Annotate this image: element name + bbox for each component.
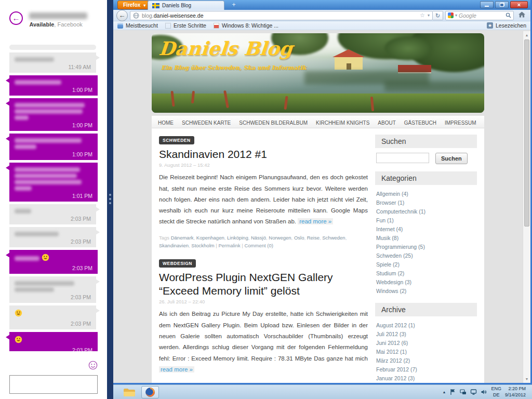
chat-input[interactable] (9, 375, 98, 394)
new-tab-button[interactable]: + (229, 2, 239, 9)
scroll-up-icon[interactable]: ▲ (523, 31, 530, 39)
bookmark-item[interactable]: Meistbesucht (117, 22, 158, 29)
tag-link[interactable]: Norwegen (269, 235, 291, 241)
post-title[interactable]: WordPress Plugin NextGEN Gallery “Exceed… (159, 271, 368, 298)
reload-button[interactable]: ↻ (433, 11, 443, 20)
tag-link[interactable]: PHP Memory Limit (237, 382, 278, 383)
home-button[interactable] (516, 10, 527, 21)
scrollbar-thumb[interactable] (524, 39, 529, 227)
tag-link[interactable]: Skandinavien (159, 243, 189, 248)
network-icon[interactable] (470, 389, 477, 395)
bookmark-item[interactable]: Erste Schritte (165, 22, 206, 29)
tag-link[interactable]: Reise (307, 235, 320, 241)
browser-back-button[interactable]: ← (116, 10, 128, 21)
tag-link[interactable]: NextGEN Gallery (197, 382, 234, 383)
blog-nav-item[interactable]: ABOUT (374, 117, 400, 129)
bookmark-star-icon[interactable]: ☆ (420, 12, 425, 19)
volume-icon[interactable] (481, 389, 487, 395)
category-link[interactable]: Schweden (25) (376, 251, 477, 260)
redacted-message-line (15, 143, 92, 150)
archive-link[interactable]: Juni 2012 (6) (376, 339, 477, 348)
blog-nav-item[interactable]: SCHWEDEN BILDERALBUM (235, 117, 312, 129)
category-link[interactable]: Windows (2) (376, 287, 477, 296)
firefox-taskbar-icon[interactable] (141, 386, 159, 398)
tag-link[interactable]: Wordpress (307, 382, 330, 383)
blog-nav-item[interactable]: IMPRESSUM (441, 117, 481, 129)
scroll-down-icon[interactable]: ▼ (523, 375, 530, 383)
tag-link[interactable]: Stockholm (191, 243, 214, 248)
redacted-message-line (15, 56, 91, 62)
archive-link[interactable]: März 2012 (2) (376, 356, 477, 365)
minimize-button[interactable] (480, 1, 494, 8)
folder-icon (123, 388, 136, 397)
category-link[interactable]: Computertechnik (1) (376, 207, 477, 216)
post-category-badge[interactable]: SCHWEDEN (159, 136, 194, 144)
tag-link[interactable]: Oslo (294, 235, 304, 241)
blog-nav-item[interactable]: KIRCHHEIM KNIGHTS (312, 117, 374, 129)
windows-update-icon[interactable] (460, 389, 467, 395)
permalink-link[interactable]: Permalink (335, 382, 356, 383)
search-engine-dropdown-icon[interactable]: ▾ (455, 13, 457, 18)
redacted-message-line (15, 102, 92, 108)
archive-link[interactable]: Mai 2012 (1) (376, 348, 477, 356)
category-link[interactable]: Browser (1) (376, 198, 477, 207)
yellow-house (335, 57, 363, 70)
post-category-badge[interactable]: WEBDESIGN (159, 259, 196, 268)
category-link[interactable]: Fun (1) (376, 216, 477, 225)
bookmark-item[interactable]: Windows 8: Wichtige ... (214, 22, 278, 29)
back-icon[interactable]: ← (9, 11, 23, 25)
search-box[interactable]: ▾ Google (445, 11, 514, 20)
emoji-picker-icon[interactable] (88, 361, 98, 370)
read-more-link[interactable]: read more » (159, 366, 194, 373)
sidebar-search-title: Suchen (375, 135, 477, 148)
category-link[interactable]: Musik (8) (376, 234, 477, 243)
archive-link[interactable]: August 2012 (1) (376, 321, 477, 330)
category-link[interactable]: Webdesign (3) (376, 278, 477, 287)
page-scrollbar[interactable]: ▲ ▼ (523, 31, 530, 383)
blog-nav-item[interactable]: SCHWEDEN KARTE (178, 117, 235, 129)
tag-link[interactable]: Thumbnail (281, 382, 304, 383)
message-timestamp: 2:03 PM (15, 294, 91, 300)
blog-nav-item[interactable]: GÄSTEBUCH (400, 117, 441, 129)
restore-button[interactable] (495, 1, 509, 8)
snap-divider-handle[interactable] (107, 0, 113, 399)
firefox-menu-button[interactable]: Firefox▾ (117, 1, 151, 9)
post-title[interactable]: Skandinavien 2012 #1 (159, 148, 368, 161)
category-link[interactable]: Studium (2) (376, 269, 477, 278)
bookmarks-menu-button[interactable]: ★ Lesezeichen (487, 22, 526, 29)
tag-link[interactable]: Nässjö (251, 235, 266, 241)
blog-title[interactable]: Daniels Blog (158, 37, 294, 59)
comments-link[interactable]: Comment (0) (244, 243, 273, 248)
permalink-link[interactable]: Permalink (218, 243, 240, 248)
close-button[interactable]: × (510, 1, 528, 8)
sidebar-search-input[interactable] (376, 153, 429, 163)
search-icon[interactable] (506, 12, 511, 18)
category-link[interactable]: Spiele (2) (376, 260, 477, 269)
tab-daniels-blog[interactable]: Daniels Blog (148, 1, 224, 10)
category-link[interactable]: Programmierung (5) (376, 243, 477, 251)
archive-link[interactable]: Februar 2012 (7) (376, 365, 477, 374)
tray-expand-icon[interactable]: ▲ (443, 390, 446, 394)
file-explorer-icon[interactable] (122, 386, 137, 398)
action-center-flag-icon[interactable] (449, 389, 456, 395)
archive-link[interactable]: Januar 2012 (3) (376, 374, 477, 383)
url-dropdown-icon[interactable]: ▾ (428, 13, 430, 18)
getting-started-icon (165, 23, 171, 29)
message-timestamp: 1:00 PM (15, 122, 92, 128)
category-link[interactable]: Internet (4) (376, 225, 477, 234)
category-link[interactable]: Allgemein (4) (376, 190, 477, 198)
url-bar[interactable]: blog.daniel-weisensee.de ☆ ▾ (130, 11, 433, 20)
tag-link[interactable]: Dänemark (171, 235, 194, 241)
divider-dot (109, 198, 111, 200)
tag-link[interactable]: Schweden (322, 235, 345, 241)
read-more-link[interactable]: read more » (298, 218, 333, 224)
language-indicator[interactable]: ENGDE (491, 386, 501, 398)
tag-link[interactable]: GD Library (171, 382, 194, 383)
blog-nav-item[interactable]: HOME (154, 117, 178, 129)
archive-link[interactable]: Juli 2012 (3) (376, 330, 477, 339)
tag-link[interactable]: Linköping (227, 235, 248, 241)
tag-link[interactable]: Kopenhagen (196, 235, 224, 241)
messaging-app: ← Available, Facebook 11:49 AM1:00 PM1:0… (0, 0, 107, 399)
clock[interactable]: 2:20 PM9/14/2012 (505, 386, 528, 398)
sidebar-search-button[interactable]: Suchen (435, 153, 468, 164)
